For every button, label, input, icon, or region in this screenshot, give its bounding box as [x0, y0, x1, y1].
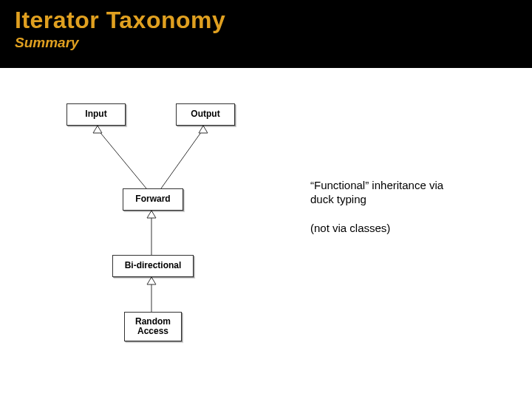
svg-marker-5	[147, 211, 156, 218]
note-not-via-classes: (not via classes)	[310, 222, 466, 236]
box-input: Input	[66, 103, 126, 126]
box-bidirectional: Bi-directional	[112, 255, 194, 277]
slide-subtitle: Summary	[15, 35, 517, 51]
note-functional-inheritance: “Functional” inheritance via duck typing	[310, 179, 466, 207]
slide-header: Iterator Taxonomy Summary	[0, 0, 532, 68]
svg-marker-7	[147, 277, 156, 284]
svg-line-0	[98, 129, 146, 188]
svg-marker-3	[199, 126, 208, 133]
box-output: Output	[176, 103, 235, 126]
box-random-access: Random Access	[124, 312, 182, 341]
box-forward: Forward	[123, 188, 183, 211]
svg-marker-1	[93, 126, 102, 133]
slide-title: Iterator Taxonomy	[15, 7, 517, 33]
svg-line-2	[161, 129, 203, 188]
slide-body: Input Output Forward Bi-directional Rand…	[0, 68, 532, 386]
